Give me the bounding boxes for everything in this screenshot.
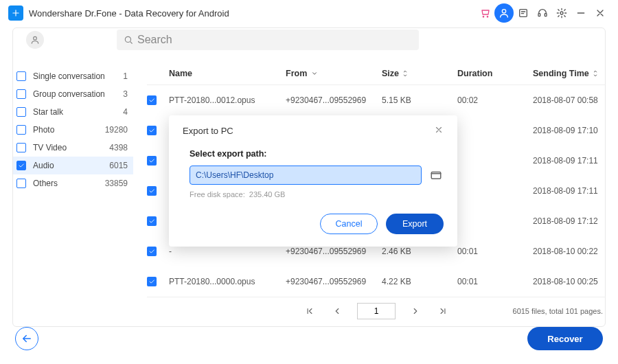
- checkbox-icon[interactable]: [16, 179, 26, 188]
- cell-duration: 00:01: [457, 247, 533, 256]
- sidebar-item[interactable]: Photo19280: [12, 121, 133, 139]
- row-checkbox-icon[interactable]: [147, 126, 157, 135]
- headset-icon[interactable]: [533, 3, 552, 23]
- sidebar-item-label: Audio: [33, 161, 109, 170]
- export-modal: Export to PC Select export path: Free di…: [169, 115, 457, 247]
- export-path-input[interactable]: [190, 166, 422, 185]
- minimize-icon[interactable]: [571, 3, 591, 23]
- sidebar-item-label: TV Video: [33, 143, 109, 152]
- row-checkbox-icon[interactable]: [147, 216, 157, 226]
- modal-close-icon[interactable]: [434, 125, 444, 137]
- cancel-button[interactable]: Cancel: [320, 214, 378, 234]
- sidebar-item[interactable]: Others33859: [12, 174, 133, 192]
- table-header: Name From Size Duration Sending Time: [147, 62, 606, 85]
- cell-time: 2018-08-10 00:22: [533, 247, 606, 256]
- cell-size: 4.22 KB: [382, 277, 457, 286]
- svg-point-0: [483, 16, 483, 17]
- sidebar-item[interactable]: Star talk4: [12, 103, 133, 121]
- cell-name: -: [169, 247, 286, 256]
- page-number[interactable]: 1: [357, 303, 396, 319]
- sidebar-item-count: 19280: [105, 125, 128, 135]
- svg-point-1: [487, 16, 488, 17]
- sidebar-item[interactable]: Group conversation3: [12, 85, 133, 103]
- user-icon[interactable]: [494, 3, 514, 23]
- svg-point-8: [125, 36, 130, 42]
- prev-page-icon[interactable]: [330, 304, 345, 319]
- header-size[interactable]: Size: [382, 69, 457, 78]
- close-icon[interactable]: [591, 3, 610, 23]
- app-title: Wondershare Dr.Fone - Data Recovery for …: [29, 8, 229, 19]
- checkbox-icon[interactable]: [16, 125, 26, 135]
- svg-rect-4: [538, 14, 540, 16]
- cart-icon[interactable]: [475, 3, 494, 23]
- sidebar-item-count: 33859: [105, 179, 128, 188]
- row-checkbox-icon[interactable]: [147, 95, 157, 105]
- sidebar-item-count: 4398: [109, 143, 128, 152]
- back-button[interactable]: [15, 327, 38, 350]
- app-logo-icon: [8, 5, 23, 21]
- checkbox-icon[interactable]: [16, 89, 26, 99]
- modal-path-label: Select export path:: [190, 149, 444, 159]
- sidebar-item-label: Photo: [33, 125, 105, 135]
- cell-from: +9230467...09552969: [286, 277, 382, 286]
- search-placeholder: Search: [137, 34, 172, 46]
- svg-point-7: [34, 36, 37, 40]
- cell-size: 2.46 KB: [382, 247, 457, 256]
- sidebar-item[interactable]: TV Video4398: [12, 139, 133, 157]
- cell-name: PTT-20180...0000.opus: [169, 277, 286, 286]
- person-icon[interactable]: [26, 31, 44, 49]
- feedback-icon[interactable]: [514, 3, 533, 23]
- pager: 1 6015 files, total 101 pages.: [147, 297, 606, 324]
- header-from[interactable]: From: [286, 69, 382, 78]
- cell-size: 5.15 KB: [382, 95, 457, 105]
- table-row[interactable]: PTT-20180...0012.opus+9230467...09552969…: [147, 85, 606, 115]
- toolbar: Search: [0, 26, 618, 54]
- cell-name: PTT-20180...0012.opus: [169, 95, 286, 105]
- gear-icon[interactable]: [552, 3, 571, 23]
- cell-from: +9230467...09552969: [286, 247, 382, 256]
- sidebar-item[interactable]: Single conversation1: [12, 67, 133, 85]
- svg-point-2: [502, 10, 505, 13]
- cell-duration: 00:01: [457, 277, 533, 286]
- cell-time: 2018-08-07 00:58: [533, 95, 606, 105]
- pager-summary: 6015 files, total 101 pages.: [513, 307, 603, 315]
- sidebar-item[interactable]: Audio6015: [12, 157, 133, 174]
- bottombar: Recover: [0, 321, 618, 356]
- last-page-icon[interactable]: [435, 304, 450, 319]
- svg-rect-9: [431, 172, 441, 179]
- browse-icon[interactable]: [428, 168, 444, 183]
- cell-time: 2018-08-09 17:12: [533, 216, 606, 226]
- header-name[interactable]: Name: [169, 69, 286, 78]
- free-disk-space: Free disk space: 235.40 GB: [190, 190, 444, 198]
- recover-button[interactable]: Recover: [527, 327, 603, 350]
- cell-duration: 00:02: [457, 95, 533, 105]
- sidebar-item-count: 1: [123, 71, 128, 81]
- row-checkbox-icon[interactable]: [147, 277, 157, 286]
- cell-time: 2018-08-09 17:11: [533, 186, 606, 196]
- cell-time: 2018-08-09 17:10: [533, 126, 606, 135]
- sidebar: Single conversation1Group conversation3S…: [12, 54, 133, 321]
- search-input[interactable]: Search: [117, 30, 419, 50]
- row-checkbox-icon[interactable]: [147, 186, 157, 196]
- cell-from: +9230467...09552969: [286, 95, 382, 105]
- sidebar-item-count: 3: [123, 89, 128, 99]
- cell-time: 2018-08-10 00:25: [533, 277, 606, 286]
- sidebar-item-label: Others: [33, 179, 105, 188]
- titlebar: Wondershare Dr.Fone - Data Recovery for …: [0, 0, 618, 26]
- sidebar-item-count: 6015: [109, 161, 128, 170]
- checkbox-icon[interactable]: [16, 143, 26, 152]
- table-row[interactable]: PTT-20180...0000.opus+9230467...09552969…: [147, 266, 606, 297]
- checkbox-icon[interactable]: [16, 107, 26, 117]
- row-checkbox-icon[interactable]: [147, 247, 157, 256]
- sidebar-item-label: Single conversation: [33, 71, 123, 81]
- row-checkbox-icon[interactable]: [147, 156, 157, 166]
- checkbox-icon[interactable]: [16, 71, 26, 81]
- checkbox-icon[interactable]: [16, 161, 26, 170]
- first-page-icon[interactable]: [302, 304, 317, 319]
- header-time[interactable]: Sending Time: [533, 69, 606, 78]
- sidebar-item-count: 4: [123, 107, 128, 117]
- header-duration[interactable]: Duration: [457, 69, 533, 78]
- export-button[interactable]: Export: [386, 214, 444, 234]
- modal-title: Export to PC: [183, 126, 233, 136]
- next-page-icon[interactable]: [408, 304, 423, 319]
